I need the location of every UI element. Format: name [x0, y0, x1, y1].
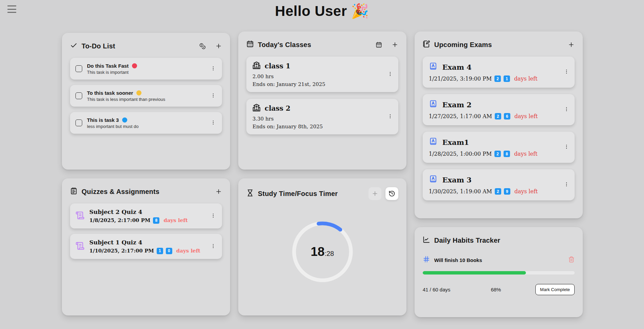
- todo-item-desc: less important but must do: [87, 124, 205, 129]
- days-left-label: days left: [514, 188, 538, 195]
- quiz-menu-icon[interactable]: [210, 242, 217, 251]
- exam-menu-icon[interactable]: [563, 106, 570, 114]
- days-digit: 2: [495, 188, 501, 195]
- quiz-menu-icon[interactable]: [210, 212, 217, 220]
- notepad-icon: [70, 187, 77, 196]
- todo-item-title: Do this Task Fast: [87, 63, 129, 69]
- days-left-label: days left: [514, 75, 537, 82]
- school-icon: [252, 61, 261, 71]
- scroll-icon: [75, 241, 85, 252]
- task-menu-icon[interactable]: [210, 92, 217, 100]
- exam-menu-icon[interactable]: [563, 181, 570, 189]
- trash-icon[interactable]: [568, 256, 575, 264]
- calendar-view-icon[interactable]: [376, 42, 382, 48]
- mark-complete-button[interactable]: Mark Complete: [535, 284, 575, 295]
- todo-checkbox[interactable]: [75, 65, 82, 72]
- quiz-name: Subject 2 Quiz 4: [89, 209, 205, 215]
- todo-card-title: To-Do List: [82, 42, 115, 50]
- quiz-item: Subject 1 Quiz 4 1/10/2025, 2:17:00 PM 1…: [70, 234, 222, 259]
- classes-card-title: Today's Classes: [258, 41, 311, 49]
- exam-datetime: 1/27/2025, 1:17:00 AM: [429, 113, 492, 119]
- days-digit: 6: [504, 113, 510, 119]
- days-digit: 1: [504, 75, 510, 82]
- exam-name: Exam 3: [442, 176, 471, 184]
- exams-card-title: Upcoming Exams: [434, 41, 492, 49]
- menu-icon[interactable]: [7, 5, 16, 13]
- todo-item: To this task sooner This task is less im…: [70, 85, 222, 107]
- timer-card: Study Time/Focus Timer: [238, 178, 406, 315]
- priority-dot: [136, 90, 141, 95]
- quiz-item: Subject 2 Quiz 4 1/8/2025, 2:17:00 PM 8 …: [70, 203, 222, 228]
- exam-item: Exam 4 1/21/2025, 3:19:00 PM 2 1 days le…: [423, 57, 575, 88]
- class-name: class 1: [265, 62, 290, 70]
- add-class-button[interactable]: [392, 41, 398, 48]
- reset-timer-icon[interactable]: [385, 187, 398, 200]
- add-task-button[interactable]: [215, 43, 222, 49]
- exam-menu-icon[interactable]: [563, 68, 570, 76]
- calendar-icon: [246, 40, 254, 49]
- add-quiz-button[interactable]: [215, 188, 222, 195]
- class-menu-icon[interactable]: [387, 70, 394, 79]
- exam-name: Exam1: [442, 138, 469, 147]
- exam-item: Exam1 1/28/2025, 1:00:00 PM 2 8 days lef…: [423, 132, 575, 163]
- coins-sort-icon[interactable]: [199, 43, 206, 49]
- timer-card-title: Study Time/Focus Timer: [258, 190, 338, 198]
- days-left-label: days left: [176, 248, 200, 254]
- todo-item: Do this Task Fast This task is important: [70, 58, 222, 80]
- task-menu-icon[interactable]: [210, 65, 217, 73]
- habits-card: Daily Habits Tracker Will finish 10 Book…: [415, 227, 583, 317]
- priority-dot: [122, 117, 127, 123]
- class-item: class 1 2.00 hrs Ends on: January 21st, …: [246, 57, 398, 92]
- quiz-datetime: 1/10/2025, 2:17:00 PM: [89, 248, 154, 254]
- days-digit: 2: [494, 151, 501, 157]
- exam-name: Exam 2: [442, 101, 471, 109]
- todo-card: To-Do List Do this Task Fast: [62, 33, 230, 170]
- days-digit: 0: [166, 248, 172, 254]
- habit-percent: 68%: [480, 287, 512, 292]
- page-title: Hello User 🎉: [0, 0, 644, 19]
- book-a-icon: [429, 137, 438, 147]
- school-icon: [252, 104, 261, 113]
- timer-seconds: :28: [325, 250, 334, 258]
- exam-item: Exam 3 1/30/2025, 1:19:00 AM 2 9 days le…: [423, 169, 575, 200]
- task-menu-icon[interactable]: [210, 119, 217, 127]
- days-digit: 9: [504, 188, 510, 195]
- days-left-label: days left: [514, 151, 537, 157]
- exam-name: Exam 4: [442, 63, 471, 71]
- todo-item-title: To this task sooner: [87, 90, 133, 96]
- check-icon: [70, 42, 77, 50]
- exam-item: Exam 2 1/27/2025, 1:17:00 AM 2 6 days le…: [423, 94, 575, 125]
- todo-checkbox[interactable]: [75, 119, 82, 126]
- timer-minutes: 18: [311, 245, 325, 259]
- habit-progress-track: [423, 271, 575, 275]
- exam-datetime: 1/30/2025, 1:19:00 AM: [429, 188, 492, 195]
- book-a-icon: [429, 100, 438, 110]
- class-menu-icon[interactable]: [387, 112, 394, 121]
- class-ends: Ends on: January 21st, 2025: [252, 81, 392, 87]
- scroll-icon: [75, 211, 85, 221]
- add-time-button[interactable]: [369, 187, 381, 200]
- quiz-name: Subject 1 Quiz 4: [89, 239, 205, 246]
- days-digit: 8: [504, 151, 510, 157]
- days-left-label: days left: [163, 217, 187, 223]
- exam-datetime: 1/28/2025, 1:00:00 PM: [429, 151, 492, 157]
- add-exam-button[interactable]: [568, 41, 575, 48]
- exam-menu-icon[interactable]: [563, 143, 570, 152]
- days-digit: 1: [157, 248, 163, 254]
- habit-progress-fill: [423, 271, 526, 275]
- todo-item-title: This is task 3: [87, 117, 119, 123]
- days-digit: 2: [495, 113, 501, 119]
- classes-card: Today's Classes class 1 2.: [238, 31, 406, 170]
- days-digit: 8: [153, 217, 159, 224]
- exam-datetime: 1/21/2025, 3:19:00 PM: [429, 75, 492, 82]
- habit-row: Will finish 10 Books: [423, 256, 575, 264]
- todo-item-desc: This task is important: [87, 70, 205, 75]
- dashboard-grid: To-Do List Do this Task Fast: [62, 31, 583, 317]
- todo-checkbox[interactable]: [75, 92, 82, 99]
- todo-item: This is task 3 less important but must d…: [70, 112, 222, 134]
- days-left-label: days left: [514, 113, 538, 119]
- habit-name: Will finish 10 Books: [434, 257, 482, 263]
- todo-item-desc: This task is less important than previou…: [87, 97, 205, 102]
- habits-card-title: Daily Habits Tracker: [434, 237, 500, 244]
- quiz-datetime: 1/8/2025, 2:17:00 PM: [89, 217, 150, 223]
